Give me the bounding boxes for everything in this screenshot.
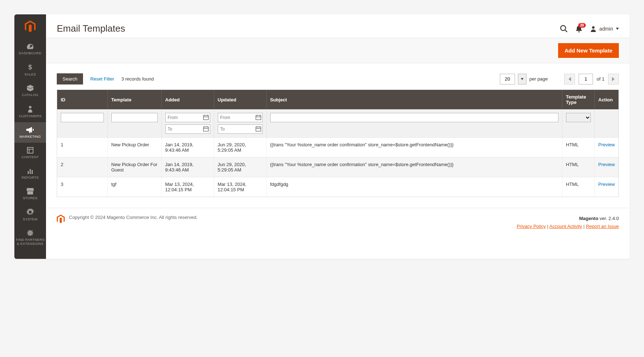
col-header-updated[interactable]: Updated bbox=[214, 90, 266, 109]
calendar-icon[interactable] bbox=[203, 126, 209, 133]
sidebar-item-sales[interactable]: $ Sales bbox=[14, 59, 46, 81]
search-icon bbox=[560, 25, 568, 33]
current-page-input[interactable] bbox=[579, 74, 593, 84]
page-title: Email Templates bbox=[57, 23, 560, 34]
cell-added: Jan 14, 2019, 9:43:46 AM bbox=[161, 138, 214, 157]
report-issue-link[interactable]: Report an Issue bbox=[586, 224, 619, 229]
svg-rect-6 bbox=[30, 169, 31, 174]
privacy-policy-link[interactable]: Privacy Policy bbox=[517, 224, 546, 229]
cell-added: Mar 13, 2024, 12:04:15 PM bbox=[161, 177, 214, 197]
sidebar-item-customers[interactable]: Customers bbox=[14, 101, 46, 122]
cell-subject: fdgdfgdg bbox=[266, 177, 562, 197]
col-header-id[interactable]: ID bbox=[57, 90, 107, 109]
sidebar-item-stores[interactable]: Stores bbox=[14, 184, 46, 204]
chevron-right-icon bbox=[612, 77, 615, 81]
partners-icon bbox=[27, 230, 34, 236]
preview-link[interactable]: Preview bbox=[598, 162, 615, 167]
cell-template: New Pickup Order bbox=[107, 138, 161, 157]
sidebar-item-system[interactable]: System bbox=[14, 204, 46, 225]
preview-link[interactable]: Preview bbox=[598, 142, 615, 147]
table-row[interactable]: 1 New Pickup Order Jan 14, 2019, 9:43:46… bbox=[57, 138, 618, 157]
sidebar-item-label: Content bbox=[22, 155, 39, 159]
svg-rect-7 bbox=[32, 170, 33, 174]
col-header-action: Action bbox=[594, 90, 618, 109]
svg-point-1 bbox=[29, 106, 32, 109]
table-row[interactable]: 3 tgf Mar 13, 2024, 12:04:15 PM Mar 13, … bbox=[57, 177, 618, 197]
svg-rect-11 bbox=[203, 115, 208, 120]
prev-page-button[interactable] bbox=[564, 74, 575, 84]
cell-updated: Jun 29, 2020, 5:29:05 AM bbox=[214, 157, 266, 177]
sidebar-item-marketing[interactable]: Marketing bbox=[14, 122, 46, 143]
magento-logo-icon bbox=[25, 20, 36, 33]
topbar: Email Templates 39 admin bbox=[46, 14, 630, 38]
add-new-template-button[interactable]: Add New Template bbox=[558, 43, 619, 58]
magento-logo-icon bbox=[57, 215, 65, 224]
user-name-label: admin bbox=[599, 26, 613, 32]
col-header-template[interactable]: Template bbox=[107, 90, 161, 109]
table-row[interactable]: 2 New Pickup Order For Guest Jan 14, 201… bbox=[57, 157, 618, 177]
records-found-label: 3 records found bbox=[121, 76, 154, 82]
cell-subject: {{trans "Your %store_name order confirma… bbox=[266, 157, 562, 177]
calendar-icon[interactable] bbox=[203, 114, 209, 121]
col-header-subject[interactable]: Subject bbox=[266, 90, 562, 109]
user-menu[interactable]: admin bbox=[590, 26, 619, 32]
sidebar-item-label: Dashboard bbox=[19, 51, 42, 55]
cell-type: HTML bbox=[562, 157, 594, 177]
col-header-type[interactable]: Template Type bbox=[562, 90, 594, 109]
sidebar-item-content[interactable]: Content bbox=[14, 143, 46, 163]
sidebar-item-label: Customers bbox=[19, 114, 41, 118]
product-name: Magento bbox=[579, 216, 598, 221]
gear-icon bbox=[27, 209, 34, 216]
cell-subject: {{trans "Your %store_name order confirma… bbox=[266, 138, 562, 157]
calendar-icon[interactable] bbox=[256, 126, 261, 133]
sidebar-item-label: Sales bbox=[24, 72, 36, 76]
sidebar-item-partners[interactable]: Find Partners & Extensions bbox=[14, 225, 46, 250]
per-page-label: per page bbox=[529, 76, 548, 82]
page-size-input[interactable] bbox=[500, 74, 515, 84]
sidebar-item-label: Reports bbox=[22, 175, 39, 179]
notifications-badge: 39 bbox=[578, 23, 586, 28]
sidebar-item-label: Find Partners & Extensions bbox=[16, 238, 45, 246]
account-activity-link[interactable]: Account Activity bbox=[549, 224, 582, 229]
content-icon bbox=[27, 147, 33, 154]
sidebar-item-reports[interactable]: Reports bbox=[14, 163, 46, 184]
total-pages-label: of 1 bbox=[597, 76, 604, 82]
filter-id-input[interactable] bbox=[61, 113, 104, 122]
cell-template: tgf bbox=[107, 177, 161, 197]
pager: of 1 bbox=[564, 74, 619, 84]
next-page-button[interactable] bbox=[608, 74, 619, 84]
sidebar: Dashboard $ Sales Catalog Customers Mark… bbox=[14, 14, 46, 259]
megaphone-icon bbox=[26, 127, 34, 133]
cell-added: Jan 14, 2019, 9:43:46 AM bbox=[161, 157, 214, 177]
notifications-button[interactable]: 39 bbox=[576, 25, 582, 32]
calendar-icon[interactable] bbox=[256, 114, 261, 121]
col-header-added[interactable]: Added bbox=[161, 90, 214, 109]
chevron-down-icon bbox=[521, 78, 524, 80]
filter-type-select[interactable] bbox=[566, 113, 591, 122]
preview-link[interactable]: Preview bbox=[598, 182, 615, 187]
page-size-control: per page bbox=[500, 74, 548, 84]
svg-rect-2 bbox=[27, 147, 33, 153]
svg-rect-19 bbox=[256, 115, 261, 120]
page-size-dropdown[interactable] bbox=[518, 74, 526, 84]
sidebar-item-catalog[interactable]: Catalog bbox=[14, 81, 46, 101]
cell-template: New Pickup Order For Guest bbox=[107, 157, 161, 177]
chevron-down-icon bbox=[616, 28, 619, 30]
templates-grid: ID Template Added Updated Subject Templa… bbox=[57, 90, 619, 197]
sidebar-item-dashboard[interactable]: Dashboard bbox=[14, 39, 46, 59]
search-button[interactable] bbox=[560, 25, 568, 33]
sidebar-item-label: Marketing bbox=[19, 134, 41, 138]
reset-filter-link[interactable]: Reset Filter bbox=[90, 76, 114, 82]
search-button[interactable]: Search bbox=[57, 73, 83, 84]
sidebar-item-label: Stores bbox=[23, 196, 38, 200]
footer: Copyright © 2024 Magento Commerce Inc. A… bbox=[46, 208, 630, 237]
cell-updated: Mar 13, 2024, 12:04:15 PM bbox=[214, 177, 266, 197]
filter-subject-input[interactable] bbox=[270, 113, 558, 122]
filter-row bbox=[57, 109, 618, 138]
filter-template-input[interactable] bbox=[111, 113, 158, 122]
action-bar: Add New Template bbox=[46, 38, 630, 63]
svg-rect-23 bbox=[256, 127, 261, 131]
magento-logo[interactable] bbox=[14, 14, 46, 39]
grid-header-row: ID Template Added Updated Subject Templa… bbox=[57, 90, 618, 109]
cell-updated: Jun 29, 2020, 5:29:05 AM bbox=[214, 138, 266, 157]
